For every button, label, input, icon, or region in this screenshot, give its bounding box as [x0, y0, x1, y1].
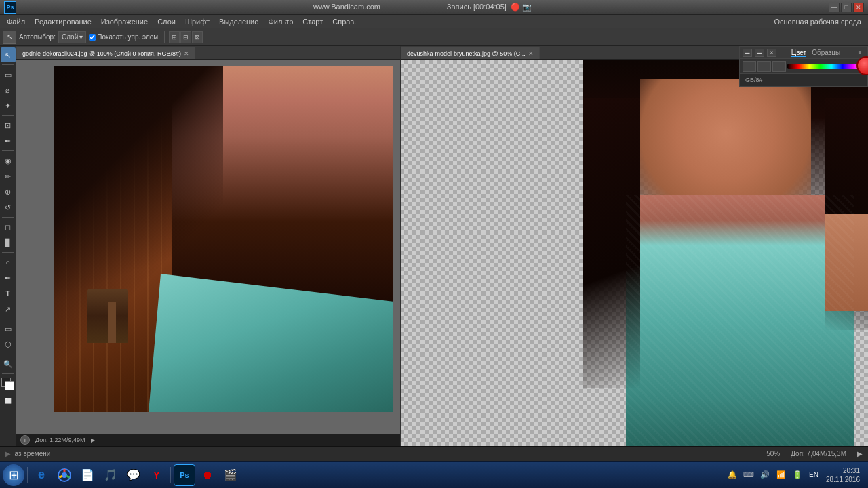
taskbar-video[interactable]: 🎬	[220, 464, 241, 486]
taskbar-sep-1	[27, 467, 28, 483]
taskbar-clock[interactable]: 20:31 28.11.2016	[823, 466, 863, 484]
tool-shape[interactable]: ▭	[1, 321, 16, 336]
taskbar-yandex[interactable]: Y	[146, 464, 167, 486]
tray-network[interactable]: 📶	[774, 468, 788, 482]
tool-sep-7	[2, 354, 14, 354]
color-tool-btn-3[interactable]	[772, 61, 786, 72]
samples-tab[interactable]: Образцы	[812, 49, 840, 57]
fg-bg-color[interactable]	[1, 378, 15, 391]
left-toolbar: ↖ ▭ ⌀ ✦ ⊡ ✒ ◉ ✏ ⊕ ↺ ◻ ▊ ○ ✒ T ↗ ▭ ⬡ 🔍 ⬜	[0, 46, 16, 446]
workspace-label[interactable]: Основная рабочая среда	[770, 16, 865, 27]
svg-line-3	[66, 476, 70, 478]
align-center[interactable]: ⊟	[180, 31, 191, 43]
dress-texture	[626, 195, 854, 447]
taskbar-chrome[interactable]	[54, 464, 75, 486]
right-status-expand[interactable]: ▶	[857, 450, 863, 458]
color-tool-btn-2[interactable]	[757, 61, 771, 72]
menu-edit[interactable]: Редактирование	[31, 16, 96, 27]
tool-text[interactable]: T	[1, 286, 16, 301]
align-right[interactable]: ⊠	[192, 31, 203, 43]
title-bar: Ps www.Bandicam.com Запись [00:04:05] 🔴 …	[0, 0, 868, 15]
menu-file[interactable]: Файл	[3, 16, 29, 27]
close-button[interactable]: ✕	[853, 3, 864, 12]
tool-path[interactable]: ↗	[1, 302, 16, 317]
taskbar: ⊞ e 📄 🎵 💬 Y Ps ⏺ 🎬 🔔 ⌨ 🔊 📶 🔋 EN 20:31 28…	[0, 461, 868, 488]
tool-eyedropper[interactable]: ✒	[1, 134, 16, 148]
tool-3d[interactable]: ⬡	[1, 337, 16, 352]
tool-history-brush[interactable]: ↺	[1, 200, 16, 215]
align-left[interactable]: ⊞	[169, 31, 180, 43]
tool-move[interactable]: ↖	[1, 47, 16, 62]
taskbar-media[interactable]: 🎵	[100, 464, 121, 486]
menu-filter[interactable]: Фильтр	[264, 16, 297, 27]
tray-icon-2[interactable]: ⌨	[742, 468, 755, 482]
color-tool-btn-1[interactable]	[743, 61, 756, 72]
tool-dodge[interactable]: ○	[1, 255, 16, 270]
left-doc-expand[interactable]: ▶	[91, 437, 95, 443]
panel-menu-btn[interactable]: ≡	[855, 49, 865, 57]
tool-zoom[interactable]: 🔍	[1, 357, 16, 371]
canvas-all-wrapper: ↖ ▭ ⌀ ✦ ⊡ ✒ ◉ ✏ ⊕ ↺ ◻ ▊ ○ ✒ T ↗ ▭ ⬡ 🔍 ⬜	[0, 46, 868, 446]
tool-select-rect[interactable]: ▭	[1, 67, 16, 82]
tool-quick-mask[interactable]: ⬜	[1, 393, 16, 408]
menu-select[interactable]: Выделение	[215, 16, 262, 27]
panel-expand-btn[interactable]: ▬	[755, 49, 764, 57]
status-right: 50% Доп: 7,04M/15,3M ▶	[766, 450, 863, 458]
tool-select-magic[interactable]: ✦	[1, 98, 16, 113]
color-tool-row	[740, 59, 867, 74]
tool-pen[interactable]: ✒	[1, 270, 16, 285]
tool-brush[interactable]: ✏	[1, 169, 16, 184]
options-bar: ↖ Автовыбор: Слой ▾ Показать упр. элем. …	[0, 28, 868, 46]
right-canvas-area[interactable]	[400, 60, 868, 446]
taskbar-files[interactable]: 📄	[77, 464, 98, 486]
tray-battery[interactable]: 🔋	[791, 468, 804, 482]
left-doc-info: Доп: 1,22M/9,49M	[35, 436, 85, 443]
tool-select-lasso[interactable]: ⌀	[1, 83, 16, 98]
menu-bar: Файл Редактирование Изображение Слои Шри…	[0, 15, 868, 28]
tool-options-icon: ↖	[3, 30, 16, 44]
layer-dropdown[interactable]: Слой ▾	[58, 31, 86, 43]
panel-header-left: ▬ ▬ ✕	[743, 49, 776, 57]
left-canvas-area[interactable]: i Доп: 1,22M/9,49M ▶	[16, 60, 400, 446]
left-tab-close[interactable]: ✕	[184, 50, 189, 57]
taskbar-record[interactable]: ⏺	[197, 464, 218, 486]
maximize-button[interactable]: □	[841, 3, 852, 12]
tool-stamp[interactable]: ⊕	[1, 184, 16, 199]
taskbar-im[interactable]: 💬	[123, 464, 144, 486]
show-controls-checkbox[interactable]	[89, 34, 96, 41]
color-tab[interactable]: Цвет	[791, 49, 806, 57]
start-button[interactable]: ⊞	[3, 464, 24, 486]
menu-image[interactable]: Изображение	[97, 16, 152, 27]
tool-sep-6	[2, 319, 14, 319]
gb-label: GB/8#	[745, 77, 763, 83]
tool-crop[interactable]: ⊡	[1, 118, 16, 133]
taskbar-ps[interactable]: Ps	[174, 464, 195, 486]
right-tab-close[interactable]: ✕	[528, 50, 534, 57]
taskbar-ie[interactable]: e	[31, 464, 52, 486]
tool-sep-8	[2, 373, 14, 374]
color-slider[interactable]	[787, 64, 865, 69]
left-canvas[interactable]	[54, 66, 393, 412]
tool-eraser[interactable]: ◻	[1, 220, 16, 235]
show-controls: Показать упр. элем.	[89, 33, 160, 41]
lang-indicator[interactable]: EN	[807, 468, 821, 482]
face-skin	[640, 79, 811, 215]
tool-gradient[interactable]: ▊	[1, 235, 16, 250]
tool-sep-2	[2, 115, 14, 116]
gb-label-row: GB/8#	[740, 74, 867, 86]
tray-icon-1[interactable]: 🔔	[726, 468, 739, 482]
menu-start[interactable]: Справ.	[328, 16, 360, 27]
right-doc-tab[interactable]: devushka-model-bryunetka.jpg @ 50% (С...…	[401, 47, 540, 59]
tool-spot-heal[interactable]: ◉	[1, 153, 16, 168]
panel-collapse-btn[interactable]: ▬	[743, 49, 752, 57]
left-doc-tab[interactable]: godnie-dekoracii024.jpg @ 100% (Слой 0 к…	[16, 47, 195, 59]
minimize-button[interactable]: —	[829, 3, 840, 12]
tray-volume[interactable]: 🔊	[758, 468, 772, 482]
menu-font[interactable]: Шрифт	[181, 16, 214, 27]
menu-help[interactable]: Старт	[298, 16, 327, 27]
menu-layers[interactable]: Слои	[153, 16, 180, 27]
panel-close-btn[interactable]: ✕	[767, 49, 776, 57]
color-indicator[interactable]	[856, 56, 868, 75]
right-doc-info: Доп: 7,04M/15,3M	[791, 450, 846, 458]
info-icon[interactable]: i	[20, 435, 30, 445]
